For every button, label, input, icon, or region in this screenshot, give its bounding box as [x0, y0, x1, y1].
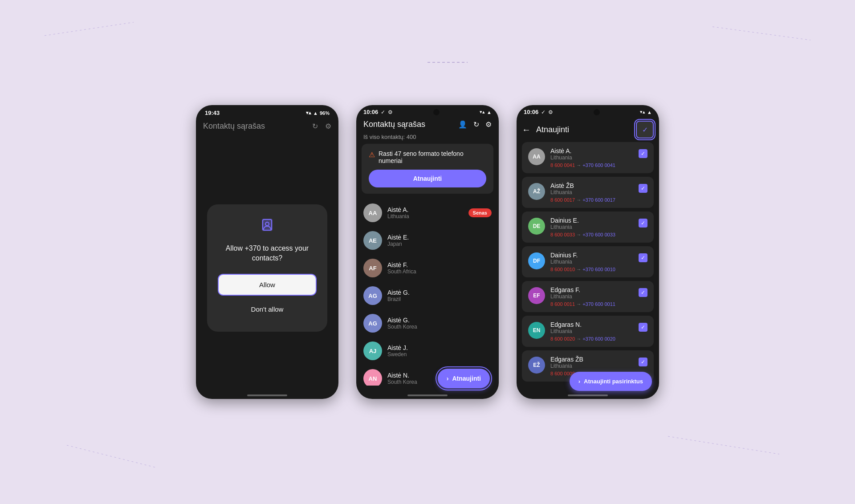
- contact-name: Aistė F.: [387, 261, 492, 268]
- checkbox-checked[interactable]: ✓: [639, 219, 647, 228]
- phone3-home-bar: [568, 394, 608, 396]
- new-number: +370 600 0033: [582, 232, 615, 237]
- arrow-icon: →: [576, 301, 582, 307]
- old-number: 8 600 0011: [550, 301, 575, 307]
- phone3-gear: ⚙: [548, 109, 553, 115]
- refresh-icon[interactable]: ↻: [312, 122, 318, 130]
- arrow-icon: →: [576, 232, 582, 237]
- contact-country: South Africa: [387, 268, 492, 275]
- update-avatar: DE: [528, 218, 545, 235]
- phone2-status-left: 10:06 ✓ ⚙: [363, 109, 393, 115]
- update-contact-card[interactable]: DF Dainius F. Lithuania 8 600 0010 → +37…: [522, 246, 654, 277]
- signal2-icon: ▲: [487, 110, 492, 115]
- old-number: 8 600 0017: [550, 197, 575, 203]
- check-all-icon: ✓: [642, 126, 648, 134]
- update-contact-name: Aistė A.: [550, 147, 633, 154]
- warning-message: Rasti 47 seno formato telefono numeriai: [379, 150, 486, 164]
- warning-icon: ⚠: [369, 150, 375, 159]
- phone-3: 10:06 ✓ ⚙ ▾▴ ▲ ← Atnaujinti ✓ AA Aistė A…: [517, 105, 659, 399]
- allow-button[interactable]: Allow: [218, 274, 317, 296]
- phone2-time: 10:06: [363, 109, 378, 115]
- update-contact-card[interactable]: DE Dainius E. Lithuania 8 600 0033 → +37…: [522, 211, 654, 243]
- contacts2-icon[interactable]: 👤: [458, 120, 467, 129]
- checkbox-checked[interactable]: ✓: [639, 323, 647, 332]
- update-contact-name: Aistė ŽB: [550, 182, 633, 189]
- contacts-icon: [218, 217, 317, 236]
- contact-info: Aistė E. Japan: [387, 234, 492, 247]
- checkbox-checked[interactable]: ✓: [639, 149, 647, 158]
- contact-country: Brazil: [387, 296, 492, 302]
- phone3-app-title: Atnaujinti: [536, 125, 631, 134]
- check-all-button[interactable]: ✓: [636, 121, 654, 138]
- new-number: +370 600 0020: [582, 336, 615, 341]
- phone2-app-icons: 👤 ↻ ⚙: [458, 120, 492, 129]
- update-contact-info: Aistė A. Lithuania 8 600 0041 → +370 600…: [550, 147, 633, 168]
- old-number: 8 600 0020: [550, 336, 575, 341]
- contact-country: Japan: [387, 241, 492, 247]
- contact-country: South Korea: [387, 324, 492, 330]
- contact-item[interactable]: AG Aistė G. South Korea: [356, 309, 499, 337]
- phone1-app-icons: ↻ ⚙: [312, 122, 331, 130]
- phone3-camera: [594, 109, 600, 115]
- contact-name: Aistė E.: [387, 234, 492, 241]
- contact-country: Lithuania: [387, 213, 463, 219]
- update-contact-country: Lithuania: [550, 293, 633, 300]
- update-contact-info: Edgaras F. Lithuania 8 600 0011 → +370 6…: [550, 286, 633, 307]
- phone2-content: Iš viso kontaktų: 400 ⚠ Rasti 47 seno fo…: [356, 132, 499, 399]
- phone1-status-icons: ▾▴ ▲ 96%: [306, 110, 330, 116]
- contact-item[interactable]: AJ Aistė J. Sweden: [356, 337, 499, 365]
- contact-info: Aistė G. Brazil: [387, 289, 492, 302]
- contact-avatar: AG: [363, 286, 382, 305]
- update-contact-numbers: 8 600 0017 → +370 600 0017: [550, 197, 633, 203]
- phone3-status-icons: ▾▴ ▲: [640, 109, 652, 115]
- contact-item[interactable]: AF Aistė F. South Africa: [356, 254, 499, 282]
- phone3-fab-button[interactable]: › Atnaujinti pasirinktus: [570, 372, 652, 391]
- update-contact-card[interactable]: AA Aistė A. Lithuania 8 600 0041 → +370 …: [522, 142, 654, 173]
- contact-country: Sweden: [387, 351, 492, 358]
- old-number: 8 600 0010: [550, 267, 575, 272]
- contact-name: Aistė A.: [387, 206, 463, 213]
- update-contact-card[interactable]: AŽ Aistė ŽB Lithuania 8 600 0017 → +370 …: [522, 177, 654, 208]
- contact-item[interactable]: AE Aistė E. Japan: [356, 227, 499, 254]
- update-contact-card[interactable]: EN Edgaras N. Lithuania 8 600 0020 → +37…: [522, 316, 654, 347]
- update-avatar: DF: [528, 252, 545, 269]
- contact-item[interactable]: AA Aistė A. Lithuania Senas: [356, 199, 499, 227]
- back-button[interactable]: ←: [522, 125, 531, 135]
- update-banner-button[interactable]: Atnaujinti: [369, 170, 486, 187]
- update-contact-country: Lithuania: [550, 363, 633, 369]
- contact-avatar: AN: [363, 369, 382, 386]
- phone1-app-title: Kontaktų sąrašas: [203, 122, 265, 131]
- refresh2-icon[interactable]: ↻: [473, 120, 479, 129]
- checkbox-checked[interactable]: ✓: [639, 288, 647, 297]
- settings-icon[interactable]: ⚙: [325, 122, 331, 130]
- total-contacts-label: Iš viso kontaktų: 400: [356, 132, 499, 144]
- phone2-fab-button[interactable]: › Atnaujinti: [438, 369, 490, 388]
- update-contact-name: Dainius F.: [550, 252, 633, 259]
- checkbox-checked[interactable]: ✓: [639, 358, 647, 366]
- permission-message: Allow +370 to access your contacts?: [218, 244, 317, 264]
- arrow-icon: →: [576, 197, 582, 203]
- contact-avatar: AA: [363, 203, 382, 222]
- update-contact-card[interactable]: EF Edgaras F. Lithuania 8 600 0011 → +37…: [522, 281, 654, 312]
- update-contact-name: Edgaras N.: [550, 321, 633, 328]
- update-avatar: EF: [528, 287, 545, 304]
- contact-item[interactable]: AG Aistė G. Brazil: [356, 282, 499, 309]
- dont-allow-button[interactable]: Don't allow: [218, 299, 317, 319]
- contact-info: Aistė A. Lithuania: [387, 206, 463, 219]
- fab-chevron-icon: ›: [447, 375, 449, 382]
- update-contact-numbers: 8 600 0011 → +370 600 0011: [550, 301, 633, 307]
- fab2-chevron-icon: ›: [578, 378, 580, 385]
- contact-info: Aistė J. Sweden: [387, 344, 492, 358]
- update-contact-name: Dainius E.: [550, 217, 633, 224]
- checkbox-checked[interactable]: ✓: [639, 184, 647, 193]
- phone2-camera: [433, 109, 440, 115]
- settings2-icon[interactable]: ⚙: [485, 120, 492, 129]
- phone1-status-bar: 19:43 ▾▴ ▲ 96%: [196, 105, 338, 118]
- contact-name: Aistė G.: [387, 289, 492, 296]
- phone3-status-left: 10:06 ✓ ⚙: [524, 109, 553, 115]
- phone3-status-bar: 10:06 ✓ ⚙ ▾▴ ▲: [517, 105, 659, 117]
- contact-name: Aistė J.: [387, 344, 492, 351]
- phones-container: 19:43 ▾▴ ▲ 96% Kontaktų sąrašas ↻ ⚙: [0, 0, 855, 504]
- checkbox-checked[interactable]: ✓: [639, 253, 647, 262]
- phone2-check: ✓: [381, 109, 385, 115]
